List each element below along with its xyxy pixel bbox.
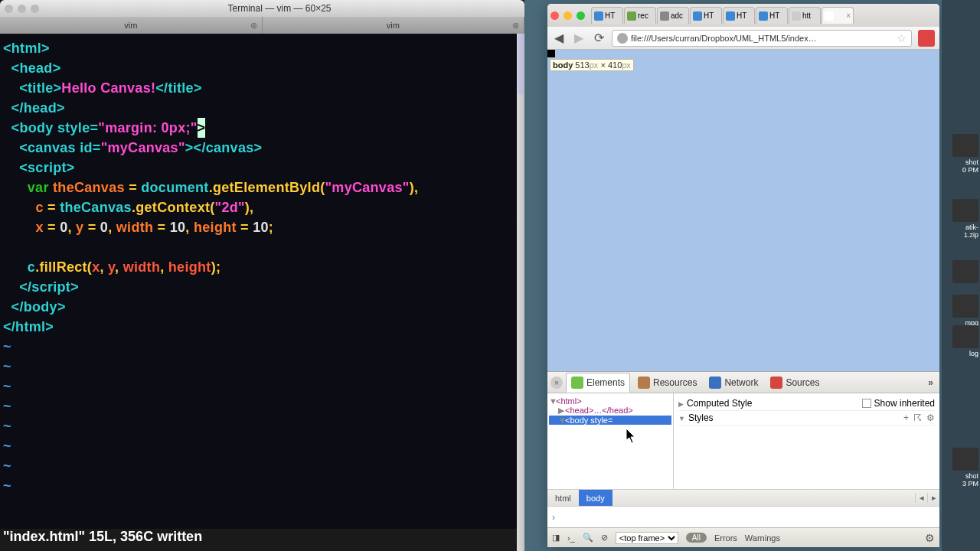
zoom-icon[interactable] <box>31 5 39 13</box>
new-rule-icon[interactable]: + <box>903 412 909 423</box>
terminal-scrollbar[interactable] <box>517 34 524 551</box>
favicon <box>726 11 735 21</box>
filter-warnings[interactable]: Warnings <box>745 533 780 543</box>
gear-icon[interactable]: ⚙ <box>925 532 935 544</box>
crumb-next-icon[interactable]: ▸ <box>927 493 939 503</box>
chrome-toolbar: ◀ ▶ ⟳ file:///Users/curran/Dropbox/UML_H… <box>547 27 939 50</box>
traffic-lights[interactable] <box>5 5 39 13</box>
browser-tab[interactable]: htt <box>789 7 821 24</box>
favicon <box>627 11 636 21</box>
forward-button[interactable]: ▶ <box>572 31 586 45</box>
tab-elements[interactable]: Elements <box>566 373 630 393</box>
browser-tab[interactable]: HT <box>756 7 788 24</box>
minimize-icon[interactable] <box>564 11 572 20</box>
file-icon <box>952 325 978 348</box>
search-icon[interactable]: 🔍 <box>583 533 593 543</box>
network-icon <box>709 377 721 389</box>
canvas-rect <box>547 50 555 57</box>
gear-icon[interactable]: ⚙ <box>926 412 935 423</box>
chrome-window: HTrecadcHTHTHThtt× ◀ ▶ ⟳ file:///Users/c… <box>547 4 939 547</box>
extension-button[interactable] <box>918 30 935 47</box>
favicon <box>792 11 801 21</box>
browser-tab[interactable]: adc <box>657 7 689 24</box>
terminal-tab[interactable]: vim ⊗ <box>0 17 263 34</box>
terminal-tabbar: vim ⊗ vim ⊗ <box>0 17 524 34</box>
favicon <box>660 11 669 21</box>
dom-row-body[interactable]: ▼<body style= <box>549 416 671 425</box>
desktop-right-edge: shot0 PMatik-1.zipmpglogshot3 PM <box>942 0 980 551</box>
terminal-title: Terminal — vim — 60×25 <box>39 3 520 14</box>
devtools-close-icon[interactable]: × <box>550 377 563 389</box>
computed-style-row[interactable]: ▶Computed Style Show inherited <box>678 396 935 411</box>
terminal-titlebar[interactable]: Terminal — vim — 60×25 <box>0 0 524 17</box>
tab-sources[interactable]: Sources <box>766 373 824 392</box>
desktop-file[interactable]: shot0 PM <box>952 134 978 174</box>
minimize-icon[interactable] <box>18 5 26 13</box>
traffic-lights[interactable] <box>550 11 585 20</box>
clear-icon[interactable]: ⊘ <box>601 533 608 543</box>
tab-resources[interactable]: Resources <box>633 373 701 392</box>
tab-label: HT <box>737 11 746 20</box>
frame-select[interactable]: <top frame> <box>616 532 678 544</box>
element-tooltip: body 513px × 410px <box>550 59 634 71</box>
favicon <box>759 11 768 21</box>
vim-editor[interactable]: <html> <head> <title>Hello Canvas!</titl… <box>0 34 524 529</box>
devtools-console[interactable]: › <box>547 506 939 527</box>
close-icon[interactable]: ⊗ <box>250 21 257 31</box>
file-icon <box>952 295 978 318</box>
toggle-state-icon[interactable]: ☈ <box>913 412 922 423</box>
devtools-styles[interactable]: ▶Computed Style Show inherited ▼Styles +… <box>674 393 939 489</box>
close-icon[interactable]: ⊗ <box>512 21 519 31</box>
crumb-html[interactable]: html <box>547 490 579 506</box>
file-icon <box>952 260 978 283</box>
desktop-file[interactable] <box>952 260 978 285</box>
filter-all[interactable]: All <box>686 533 707 543</box>
browser-tab[interactable]: HT <box>591 7 623 24</box>
terminal-tab[interactable]: vim ⊗ <box>263 17 525 34</box>
browser-tab[interactable]: rec <box>624 7 656 24</box>
browser-tab[interactable]: × <box>822 7 854 24</box>
zoom-icon[interactable] <box>577 11 585 20</box>
globe-icon <box>617 33 628 44</box>
desktop-file[interactable]: log <box>952 325 978 357</box>
show-inherited-checkbox[interactable] <box>862 399 871 408</box>
console-input[interactable] <box>560 512 935 523</box>
address-bar[interactable]: file:///Users/curran/Dropbox/UML_HTML5/i… <box>612 30 912 47</box>
devtools-breadcrumbs: html body ◂ ▸ <box>547 489 939 506</box>
favicon <box>693 11 702 21</box>
devtools-dom-tree[interactable]: ▼<html> ▶<head>…</head> ▼<body style= <box>547 393 674 489</box>
filter-errors[interactable]: Errors <box>714 533 737 543</box>
close-icon[interactable] <box>5 5 13 13</box>
console-toggle-icon[interactable]: ›_ <box>567 533 575 543</box>
devtools-panel: × Elements Resources Network Sources » ▼… <box>547 371 939 547</box>
resources-icon <box>638 377 650 389</box>
chrome-tabstrip: HTrecadcHTHTHThtt× <box>547 4 939 27</box>
dock-icon[interactable]: ◨ <box>552 533 560 543</box>
styles-row[interactable]: ▼Styles + ☈ ⚙ <box>678 411 935 425</box>
crumb-prev-icon[interactable]: ◂ <box>915 493 927 503</box>
tab-label: vim <box>387 21 400 30</box>
browser-tab[interactable]: HT <box>723 7 755 24</box>
close-icon[interactable]: × <box>846 11 851 20</box>
tab-label: HT <box>605 11 615 20</box>
devtools-statusbar: ◨ ›_ 🔍 ⊘ <top frame> All Errors Warnings… <box>547 527 939 547</box>
desktop-file[interactable]: atik-1.zip <box>952 199 978 239</box>
tab-label: adc <box>671 11 683 20</box>
back-button[interactable]: ◀ <box>552 31 566 45</box>
bookmark-icon[interactable]: ☆ <box>897 32 906 44</box>
close-icon[interactable] <box>550 11 559 20</box>
elements-icon <box>571 377 583 389</box>
desktop-file[interactable]: shot3 PM <box>952 448 978 487</box>
devtools-overflow-icon[interactable]: » <box>925 377 936 388</box>
reload-button[interactable]: ⟳ <box>592 31 606 45</box>
terminal-window: Terminal — vim — 60×25 vim ⊗ vim ⊗ <html… <box>0 0 524 551</box>
browser-tab[interactable]: HT <box>690 7 722 24</box>
vim-statusline: "index.html" 15L, 356C written <box>0 529 524 551</box>
file-icon <box>952 448 978 471</box>
scroll-thumb[interactable] <box>518 34 524 95</box>
desktop-file[interactable]: mpg <box>952 295 978 327</box>
page-viewport[interactable]: body 513px × 410px <box>547 50 939 371</box>
tab-network[interactable]: Network <box>704 373 763 392</box>
crumb-body[interactable]: body <box>579 490 612 506</box>
tooltip-w: 513 <box>575 60 589 70</box>
